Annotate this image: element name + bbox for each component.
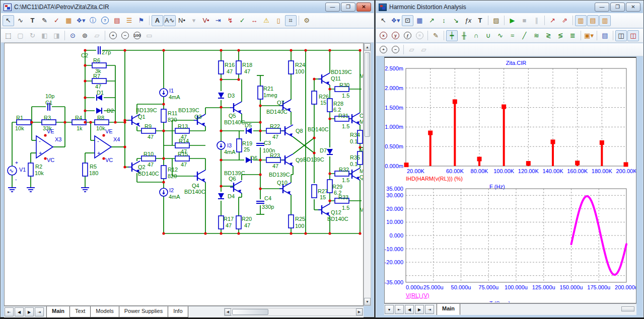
analysis-titlebar[interactable]: Harmonic Distortion Analysis — ❐ ✕ (376, 1, 643, 13)
plot-group-horizontal[interactable]: ▤ (587, 15, 599, 26)
page-menu-button[interactable]: ▾ (385, 305, 394, 314)
close-button[interactable]: ✕ (356, 3, 371, 12)
run[interactable]: ▶ (507, 15, 518, 26)
show-conditions[interactable]: ✓ (237, 15, 248, 26)
clipboard-menu[interactable]: ▣▾ (583, 30, 595, 41)
show-node-numbers[interactable]: A∿ (164, 15, 176, 26)
show-pin-connections[interactable]: ↔ (249, 15, 260, 26)
show-power[interactable]: ↯ (225, 15, 236, 26)
graph-paper[interactable]: ▦ (414, 15, 425, 26)
cursor-peak[interactable]: ╫ (458, 30, 470, 41)
restore-button[interactable]: ❐ (610, 3, 625, 12)
find[interactable]: ⊚ (79, 30, 91, 41)
y-axis-settings[interactable]: y (390, 30, 401, 41)
next-page-button[interactable]: ▶ (415, 305, 424, 314)
model-editor[interactable]: ▤ (111, 15, 123, 26)
component-browser[interactable]: ▦ (63, 15, 75, 26)
horizontal-scroll-thumb[interactable] (232, 309, 268, 315)
prev-page-button[interactable]: ◀ (405, 305, 414, 314)
scroll-up-icon[interactable]: ▲ (364, 43, 371, 51)
plot-group-overlap[interactable]: ▥ (599, 15, 611, 26)
graphics-mode[interactable]: ✎ (39, 15, 50, 26)
select-tool[interactable]: ↖ (3, 15, 14, 26)
schematic-titlebar[interactable]: C:\MC11\DATA\Petrov\Zita\Zita.CIR — ❐ ✕ (1, 1, 374, 13)
schematic-horizontal-scrollbar[interactable]: ◀ ▶ (224, 308, 363, 316)
edit-limits[interactable]: ✎ (430, 30, 442, 41)
text-mode[interactable]: T (27, 15, 38, 26)
restore-button[interactable]: ❐ (341, 3, 355, 12)
x-axis-settings[interactable]: x (378, 30, 389, 41)
scroll-down-icon[interactable]: ▼ (364, 298, 371, 305)
minimize-button[interactable]: — (325, 3, 340, 12)
next-page-button[interactable]: ▶ (25, 307, 34, 316)
show-currents[interactable]: ⇥ (212, 15, 224, 26)
tokens[interactable]: ⇗ (559, 15, 570, 26)
show-warnings[interactable]: ⚠ (261, 15, 272, 26)
cursor-global-high[interactable]: ≷ (543, 30, 554, 41)
wire-mode[interactable]: ∿ (15, 15, 26, 26)
select-box[interactable]: ⬚ (3, 30, 14, 41)
cursor-next[interactable]: ┿ (446, 30, 458, 41)
plot-group-vertical[interactable]: ▥ (575, 15, 587, 26)
point-tag[interactable]: ↘ (450, 15, 462, 26)
shapes-menu[interactable]: ❖▾ (75, 15, 87, 26)
block-select-mode[interactable]: ⌗ (285, 15, 297, 26)
properties[interactable]: ⚙ (301, 15, 313, 26)
scroll-right-icon[interactable]: ▶ (356, 308, 363, 315)
formula-text[interactable]: ƒx (462, 15, 474, 26)
cursor-high[interactable]: ∿ (494, 30, 506, 41)
cursor-top[interactable]: ∩ (470, 30, 482, 41)
show-attribute-text[interactable]: A (152, 15, 163, 26)
show-border[interactable]: ▯ (273, 15, 284, 26)
cursor-bottom[interactable]: ≣ (567, 30, 579, 41)
scale-mode[interactable]: ↗ (426, 15, 438, 26)
find-component[interactable]: ⊙ (67, 30, 79, 41)
component-menu[interactable]: ❖▾ (390, 15, 401, 26)
cursor-global-low[interactable]: ≶ (555, 30, 566, 41)
first-page-button[interactable]: ⇤ (395, 305, 404, 314)
plot-panel[interactable]: Zita.CIR2.500m2.000m1.500m1.000m0.500m0.… (384, 57, 636, 303)
info-mode[interactable]: ⓘ (87, 15, 99, 26)
first-page-button[interactable]: ⇤ (5, 307, 14, 316)
properties[interactable]: ▨ (490, 15, 502, 26)
zoom-in[interactable]: + (107, 30, 119, 41)
resize-grip[interactable] (621, 306, 634, 311)
cursor-valley[interactable]: ∪ (482, 30, 494, 41)
text-mode[interactable]: T (474, 15, 486, 26)
tab-info[interactable]: Info (168, 306, 188, 317)
fx-settings[interactable]: ƒ (402, 30, 413, 41)
cursor-slope[interactable]: ╱ (519, 30, 530, 41)
cursor-low[interactable]: ≈ (507, 30, 518, 41)
tab-models[interactable]: Models (91, 306, 119, 317)
design-checklist[interactable]: ⚑ (135, 15, 147, 26)
minimize-button[interactable]: — (595, 3, 609, 12)
component-list[interactable]: ☰ (123, 15, 135, 26)
show-node-voltages[interactable]: V• (200, 15, 212, 26)
tab-text[interactable]: Text (70, 306, 91, 317)
same-scales[interactable]: ◫ (627, 30, 639, 41)
align-cursors[interactable]: ◫ (615, 30, 627, 41)
select-tool[interactable]: ↖ (378, 15, 389, 26)
help-mode[interactable]: ? (99, 15, 111, 26)
scroll-left-icon[interactable]: ◀ (225, 308, 231, 315)
zoom-out[interactable]: − (119, 30, 131, 41)
numeric-output[interactable]: ▤ (599, 30, 611, 41)
tab-main[interactable]: Main (437, 304, 460, 315)
cursor-mode[interactable]: ↕ (438, 15, 450, 26)
last-page-button[interactable]: ⇥ (35, 307, 44, 316)
data-points[interactable]: ↗ (547, 15, 558, 26)
tab-main[interactable]: Main (47, 306, 70, 317)
last-page-button[interactable]: ⇥ (425, 305, 434, 314)
tab-power-supplies[interactable]: Power Supplies (119, 306, 168, 317)
define-mode[interactable]: ✓ (51, 15, 62, 26)
zoom-in[interactable]: + (378, 44, 389, 55)
waveform-legend[interactable]: V(RL) (V) (406, 292, 429, 298)
prev-page-button[interactable]: ◀ (15, 307, 24, 316)
zoom-100[interactable]: 100 (131, 30, 143, 41)
zoom-out[interactable]: − (390, 44, 401, 55)
show-node-names[interactable]: N• (176, 15, 188, 26)
close-button[interactable]: ✕ (626, 3, 640, 12)
vertical-scroll-thumb[interactable] (365, 52, 370, 137)
zoom-box-mode[interactable]: ⊡ (402, 15, 413, 26)
schematic-vertical-scrollbar[interactable]: ▲ ▼ (364, 43, 371, 306)
